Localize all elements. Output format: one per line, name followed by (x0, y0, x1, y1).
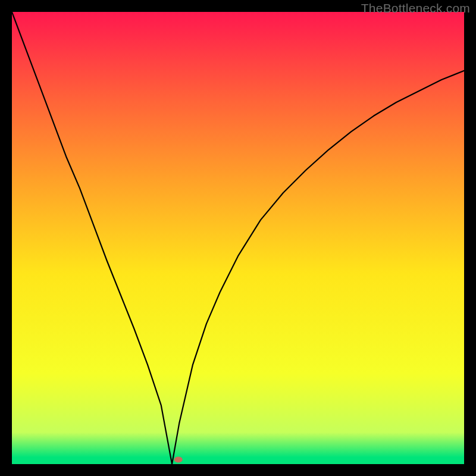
optimal-point-marker (174, 456, 183, 462)
chart-plot-area (12, 12, 464, 464)
chart-svg (12, 12, 464, 464)
chart-frame: TheBottleneck.com (0, 0, 476, 476)
watermark-text: TheBottleneck.com (361, 1, 470, 15)
chart-background (12, 12, 464, 464)
